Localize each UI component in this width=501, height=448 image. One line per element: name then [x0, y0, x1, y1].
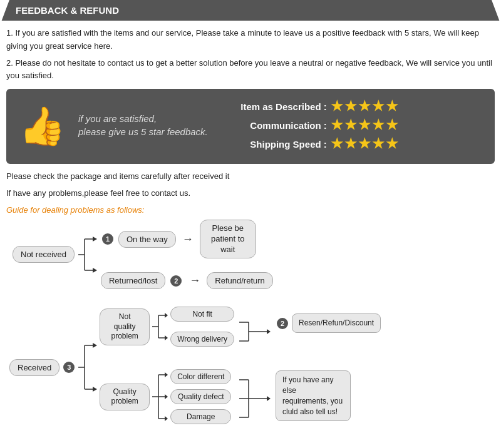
flow-bottom-section: Received 3 Not quality problem: [6, 298, 495, 436]
main-content: 1. If you are satisfied with the items a…: [0, 27, 501, 436]
fork-svg-notquality: [152, 308, 168, 345]
rating-stars-1: ★★★★★: [331, 98, 400, 115]
circle-num-2: 2: [170, 275, 182, 287]
rating-row-3: Shipping Speed : ★★★★★: [220, 136, 482, 152]
svg-marker-12: [93, 343, 97, 348]
received-node: Received: [9, 359, 59, 376]
guide-title: Guide for dealing problems as follows:: [6, 205, 495, 215]
resen-box: Resen/Refun/Discount: [292, 313, 381, 333]
rating-label-1: Item as Described :: [220, 101, 327, 112]
not-fit-node: Not fit: [170, 307, 234, 322]
svg-marker-36: [267, 329, 271, 334]
fork-svg-results: [239, 298, 271, 436]
color-different-node: Color different: [170, 369, 231, 384]
refund-return-node: Refund/return: [207, 272, 273, 289]
flow-top-section: Not received 1 On the way → Plese b: [6, 220, 495, 290]
svg-marker-13: [93, 387, 97, 392]
rating-stars-2: ★★★★★: [331, 117, 400, 133]
returned-lost-node: Returned/lost: [101, 272, 165, 289]
svg-marker-29: [165, 394, 168, 399]
thumbs-up-icon: 👍: [19, 108, 66, 145]
rating-row-2: Communication : ★★★★★: [220, 117, 482, 133]
on-the-way-node: On the way: [118, 231, 176, 248]
svg-marker-19: [165, 313, 168, 318]
circle-num-1: 1: [102, 233, 113, 245]
svg-marker-42: [267, 396, 271, 401]
circle-num-2b: 2: [277, 318, 288, 329]
quality-problem-node: Quality problem: [100, 384, 150, 410]
patient-wait-node: Plese be patient to wait: [200, 220, 256, 259]
feedback-text-2: please give us 5 star feedback.: [78, 126, 208, 137]
rating-label-3: Shipping Speed :: [220, 139, 327, 150]
rating-stars-3: ★★★★★: [331, 136, 400, 152]
info-box: If you have any else requirements, you c…: [276, 370, 351, 421]
fork-svg-bottom-1: [78, 330, 97, 405]
quality-defect-node: Quality defect: [170, 389, 231, 404]
feedback-box: 👍 if you are satisfied, please give us 5…: [6, 89, 495, 164]
svg-marker-30: [165, 416, 168, 421]
wrong-delivery-node: Wrong delivery: [170, 332, 234, 347]
rating-label-2: Communication :: [220, 120, 327, 131]
circle-num-3: 3: [63, 362, 75, 373]
check-text: Please check the package and items caref…: [6, 170, 495, 183]
paragraph-2: 2. Please do not hesitate to contact us …: [6, 57, 495, 83]
svg-marker-20: [165, 335, 168, 340]
svg-marker-6: [93, 268, 97, 273]
not-quality-problem-node: Not quality problem: [100, 308, 150, 345]
fork-svg-top: [78, 230, 97, 280]
feedback-text-1: if you are satisfied,: [78, 113, 208, 124]
svg-marker-28: [165, 372, 168, 377]
header-title: FEEDBACK & REFUND: [16, 5, 119, 16]
arrow-1: →: [182, 233, 194, 246]
rating-row-1: Item as Described : ★★★★★: [220, 98, 482, 115]
svg-marker-5: [93, 237, 97, 242]
paragraph-1: 1. If you are satisfied with the items a…: [6, 27, 495, 53]
header-bar: FEEDBACK & REFUND: [0, 0, 501, 21]
ratings-section: Item as Described : ★★★★★ Communication …: [220, 98, 482, 155]
damage-node: Damage: [170, 409, 231, 424]
fork-svg-quality: [152, 365, 168, 428]
contact-text: If have any problems,please feel free to…: [6, 187, 495, 200]
feedback-left-text: if you are satisfied, please give us 5 s…: [78, 113, 208, 140]
not-received-node: Not received: [13, 246, 75, 263]
arrow-2: →: [189, 274, 200, 287]
